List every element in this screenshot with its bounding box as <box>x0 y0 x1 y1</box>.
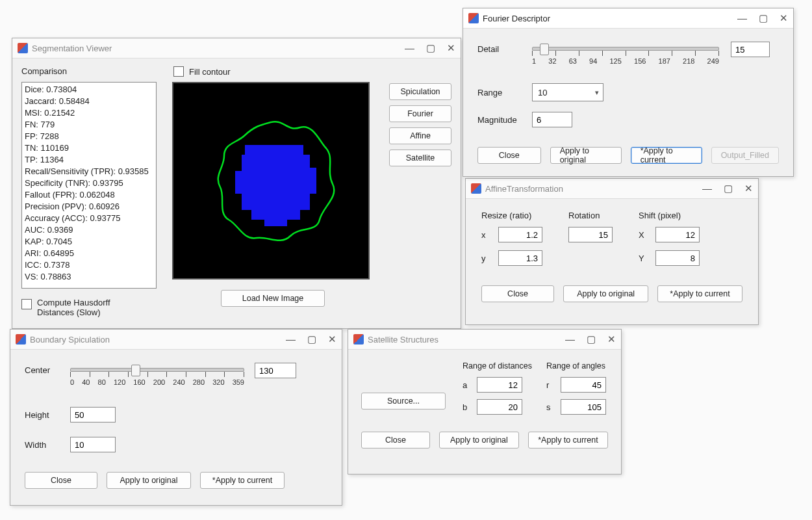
output-filled-button: Output_Filled <box>711 147 779 164</box>
metrics-item[interactable]: FP: 7288 <box>25 131 153 142</box>
a-label: a <box>463 380 470 390</box>
resize-y-input[interactable] <box>498 250 542 266</box>
app-icon <box>468 13 479 23</box>
minimize-icon[interactable]: — <box>737 12 747 24</box>
metrics-item[interactable]: Dice: 0.73804 <box>25 84 153 96</box>
minimize-icon[interactable]: — <box>405 42 414 54</box>
apply-current-button[interactable]: *Apply to current <box>631 147 702 164</box>
affine-button[interactable]: Affine <box>389 127 451 144</box>
svg-marker-0 <box>235 145 316 226</box>
apply-current-button[interactable]: *Apply to current <box>200 472 285 489</box>
apply-original-button[interactable]: Apply to original <box>563 285 648 302</box>
angles-label: Range of angles <box>546 361 606 370</box>
center-label: Center <box>25 365 60 375</box>
hausdorff-checkbox[interactable] <box>21 299 32 309</box>
app-icon <box>353 334 364 344</box>
window-title: Fourier Descriptor <box>483 14 737 23</box>
hausdorff-label-1: Compute Hausdorff <box>37 298 110 307</box>
r-label: r <box>546 380 554 390</box>
metrics-item[interactable]: Recall/Sensitivity (TPR): 0.93585 <box>25 166 153 177</box>
source-button[interactable]: Source... <box>361 393 446 410</box>
maximize-icon[interactable]: ▢ <box>724 183 733 194</box>
maximize-icon[interactable]: ▢ <box>426 42 435 54</box>
center-slider[interactable]: 04080120160200240280320359 <box>70 363 244 389</box>
fill-contour-label: Fill contour <box>189 67 231 77</box>
hausdorff-label-2: Distances (Slow) <box>37 307 110 317</box>
metrics-item[interactable]: FN: 779 <box>25 119 153 131</box>
app-icon <box>471 183 481 194</box>
center-input[interactable] <box>255 363 296 378</box>
shift-y-label: Y <box>639 254 648 263</box>
maximize-icon[interactable]: ▢ <box>587 333 596 345</box>
b-input[interactable] <box>477 399 522 415</box>
maximize-icon[interactable]: ▢ <box>307 333 316 345</box>
close-button[interactable]: Close <box>481 285 554 302</box>
close-icon[interactable]: ✕ <box>607 333 616 345</box>
minimize-icon[interactable]: — <box>702 183 712 194</box>
apply-original-button[interactable]: Apply to original <box>550 147 622 164</box>
resize-x-input[interactable] <box>498 227 542 242</box>
shift-x-label: X <box>639 230 648 240</box>
segmentation-canvas <box>172 82 370 280</box>
resize-y-label: y <box>481 254 490 263</box>
metrics-item[interactable]: Accuracy (ACC): 0.93775 <box>25 213 153 224</box>
width-input[interactable] <box>70 437 116 452</box>
close-button[interactable]: Close <box>361 432 430 448</box>
app-icon <box>16 334 26 344</box>
magnitude-input[interactable] <box>532 112 572 127</box>
shift-x-input[interactable] <box>655 227 700 242</box>
range-select[interactable]: 10 <box>532 83 603 101</box>
window-title: AffineTransformation <box>485 184 702 194</box>
height-input[interactable] <box>70 407 116 422</box>
rotation-label: Rotation <box>568 211 613 220</box>
close-button[interactable]: Close <box>477 147 541 164</box>
shift-y-input[interactable] <box>655 250 700 266</box>
fill-contour-checkbox[interactable] <box>173 66 184 77</box>
close-icon[interactable]: ✕ <box>447 42 455 54</box>
window-title: Segmentation Viewer <box>32 44 405 53</box>
apply-current-button[interactable]: *Apply to current <box>657 285 742 302</box>
metrics-item[interactable]: AUC: 0.9369 <box>25 224 153 236</box>
metrics-item[interactable]: Fallout (FPR): 0.062048 <box>25 189 153 201</box>
minimize-icon[interactable]: — <box>286 333 296 345</box>
rotation-input[interactable] <box>568 227 613 242</box>
metrics-item[interactable]: ARI: 0.64895 <box>25 248 153 259</box>
metrics-listbox[interactable]: Dice: 0.73804Jaccard: 0.58484MSI: 0.2154… <box>21 82 157 289</box>
window-title: Boundary Spiculation <box>30 335 286 344</box>
apply-original-button[interactable]: Apply to original <box>439 432 519 448</box>
r-input[interactable] <box>561 377 606 393</box>
load-image-button[interactable]: Load New Image <box>221 290 325 307</box>
app-icon <box>18 43 28 53</box>
metrics-item[interactable]: VS: 0.78863 <box>25 271 153 283</box>
apply-original-button[interactable]: Apply to original <box>107 472 191 489</box>
metrics-item[interactable]: Precision (PPV): 0.60926 <box>25 201 153 213</box>
metrics-item[interactable]: MSI: 0.21542 <box>25 107 153 119</box>
metrics-item[interactable]: ICC: 0.7378 <box>25 259 153 271</box>
s-input[interactable] <box>561 399 606 415</box>
spiculation-button[interactable]: Spiculation <box>389 83 451 100</box>
window-title: Satellite Structures <box>368 335 565 344</box>
resize-x-label: x <box>481 230 490 240</box>
close-button[interactable]: Close <box>25 472 97 489</box>
magnitude-label: Magnitude <box>477 115 520 125</box>
metrics-item[interactable]: Specificity (TNR): 0.93795 <box>25 177 153 189</box>
detail-input[interactable] <box>731 42 770 57</box>
metrics-item[interactable]: TN: 110169 <box>25 142 153 154</box>
close-icon[interactable]: ✕ <box>328 333 336 345</box>
metrics-item[interactable]: TP: 11364 <box>25 154 153 166</box>
detail-slider[interactable]: 1326394125156187218249 <box>532 42 719 68</box>
distances-label: Range of distances <box>463 361 532 370</box>
apply-current-button[interactable]: *Apply to current <box>528 432 608 448</box>
fourier-button[interactable]: Fourier <box>389 105 451 122</box>
width-label: Width <box>25 440 60 450</box>
a-input[interactable] <box>477 377 522 393</box>
maximize-icon[interactable]: ▢ <box>759 12 768 24</box>
metrics-item[interactable]: Jaccard: 0.58484 <box>25 96 153 107</box>
close-icon[interactable]: ✕ <box>744 183 753 194</box>
resize-label: Resize (ratio) <box>481 211 542 220</box>
close-icon[interactable]: ✕ <box>780 12 788 24</box>
minimize-icon[interactable]: — <box>565 333 575 345</box>
height-label: Height <box>25 410 60 420</box>
metrics-item[interactable]: KAP: 0.7045 <box>25 236 153 248</box>
satellite-button[interactable]: Satellite <box>389 150 451 166</box>
